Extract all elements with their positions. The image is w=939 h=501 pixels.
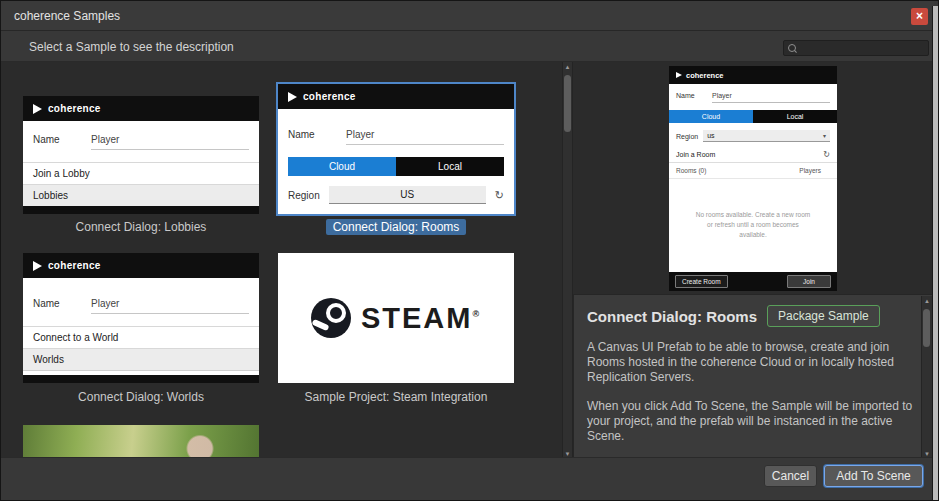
description-body: A Canvas UI Prefab to be able to browse,… (587, 340, 917, 444)
preview-rooms-header: Rooms (0) (676, 167, 706, 174)
preview-region-label: Region (676, 133, 698, 140)
preview-join-row: Join a Room ↻ (669, 150, 837, 163)
sample-label-text: Connect Dialog: Worlds (78, 390, 204, 404)
thumb-brand: coherence (48, 260, 101, 271)
close-button[interactable]: × (911, 8, 928, 25)
add-to-scene-button[interactable]: Add To Scene (824, 465, 923, 487)
sample-label-text-selected: Connect Dialog: Rooms (326, 219, 467, 235)
window-title: coherence Samples (14, 9, 120, 23)
scrollbar-thumb[interactable] (923, 309, 930, 347)
description-paragraph: A Canvas UI Prefab to be able to browse,… (587, 340, 917, 385)
titlebar: coherence Samples × (1, 1, 934, 31)
preview-players-header: Players (799, 167, 821, 174)
refresh-icon: ↻ (495, 189, 504, 202)
thumb-name-value: Player (346, 129, 504, 145)
preview-name-label: Name (676, 92, 712, 103)
description-scrollbar[interactable]: ▲ ▼ (921, 296, 932, 459)
instruction-bar: Select a Sample to see the description (1, 32, 934, 62)
thumb-list: Connect to a World Worlds (23, 326, 259, 371)
sample-thumbnail-partial[interactable] (23, 425, 259, 459)
thumb-name-value: Player (91, 298, 249, 314)
scrollbar-thumb[interactable] (564, 75, 571, 132)
footer-bar: Cancel Add To Scene (1, 457, 934, 500)
thumb-list-row: Join a Lobby (23, 162, 259, 184)
description-header: Connect Dialog: Rooms Package Sample (587, 305, 933, 327)
steam-logo-icon (311, 298, 351, 338)
thumb-list-row: Lobbies (23, 184, 259, 207)
sample-thumbnail-lobbies[interactable]: coherence Name Player Join a Lobby Lobbi… (23, 96, 259, 214)
preview-name-row: Name Player (676, 92, 830, 103)
sample-preview-image: coherence Name Player Cloud Local Region… (669, 66, 837, 291)
thumb-tab-cloud: Cloud (288, 157, 396, 176)
preview-tab-cloud: Cloud (669, 110, 753, 123)
thumb-name-label: Name (288, 129, 346, 145)
scroll-up-button[interactable]: ▲ (922, 298, 932, 304)
thumb-region-label: Region (288, 190, 320, 201)
instruction-text: Select a Sample to see the description (29, 40, 234, 54)
scroll-up-button[interactable]: ▲ (563, 64, 572, 70)
thumb-tab-local: Local (396, 157, 504, 176)
steam-brand-text: STEAM (361, 302, 473, 334)
description-paragraph: When you click Add To Scene, the Sample … (587, 399, 917, 444)
sample-label-rooms[interactable]: Connect Dialog: Rooms (278, 220, 514, 234)
thumb-brand: coherence (303, 91, 356, 102)
thumb-name-label: Name (33, 298, 91, 314)
preview-header: coherence (669, 66, 837, 84)
thumb-header: coherence (23, 253, 259, 278)
preview-tabs: Cloud Local (669, 110, 837, 123)
background-strip (932, 6, 938, 501)
preview-brand: coherence (686, 71, 724, 80)
steam-registered-mark: ® (472, 309, 481, 319)
close-icon: × (916, 9, 923, 23)
coherence-samples-window: coherence Samples × Select a Sample to s… (0, 0, 939, 501)
coherence-logo-icon (676, 72, 682, 78)
thumb-brand: coherence (48, 103, 101, 114)
thumb-bottom-bar (23, 375, 259, 383)
preview-footer: Create Room Join (669, 272, 837, 291)
cancel-button[interactable]: Cancel (764, 465, 817, 487)
sample-thumbnail-rooms[interactable]: coherence Name Player Cloud Local Region… (278, 84, 514, 214)
sample-label-worlds[interactable]: Connect Dialog: Worlds (23, 390, 259, 404)
search-input[interactable] (799, 41, 927, 55)
preview-empty-text: No rooms available. Create a new room or… (669, 179, 837, 271)
thumb-name-row: Name Player (288, 129, 504, 145)
sample-thumbnail-steam[interactable]: STEAM® (278, 253, 514, 383)
coherence-logo-icon (33, 104, 42, 114)
sample-title: Connect Dialog: Rooms (587, 308, 757, 325)
preview-name-value: Player (712, 92, 830, 103)
thumb-header: coherence (23, 96, 259, 121)
sample-thumbnail-worlds[interactable]: coherence Name Player Connect to a World… (23, 253, 259, 383)
samples-scrollbar[interactable]: ▲ ▼ (562, 62, 573, 459)
preview-join-label: Join a Room (676, 151, 715, 158)
preview-region-dropdown: us ▾ (703, 130, 830, 142)
search-box[interactable] (783, 40, 929, 56)
preview-list-header: Rooms (0) Players (669, 163, 837, 179)
thumb-tabs: Cloud Local (288, 157, 504, 176)
thumb-list-row: Connect to a World (23, 326, 259, 348)
package-sample-button[interactable]: Package Sample (767, 305, 880, 327)
thumb-name-row: Name Player (33, 134, 249, 150)
preview-create-room-button: Create Room (675, 275, 728, 288)
preview-join-button: Join (787, 275, 831, 288)
description-panel: Connect Dialog: Rooms Package Sample A C… (573, 294, 934, 459)
thumb-list-row: Worlds (23, 348, 259, 371)
thumb-header: coherence (278, 84, 514, 109)
sample-label-text: Sample Project: Steam Integration (305, 390, 488, 404)
search-icon (788, 44, 797, 53)
sample-label-lobbies[interactable]: Connect Dialog: Lobbies (23, 220, 259, 234)
preview-tab-local: Local (753, 110, 837, 123)
preview-region-value: us (707, 132, 714, 139)
sample-label-text: Connect Dialog: Lobbies (76, 220, 207, 234)
thumb-bottom-bar (23, 206, 259, 214)
refresh-icon: ↻ (823, 150, 830, 159)
thumb-name-row: Name Player (33, 298, 249, 314)
thumb-list: Join a Lobby Lobbies (23, 162, 259, 207)
thumb-name-label: Name (33, 134, 91, 150)
main-content: coherence Name Player Join a Lobby Lobbi… (1, 62, 934, 459)
thumb-name-value: Player (91, 134, 249, 150)
sample-label-steam[interactable]: Sample Project: Steam Integration (278, 390, 514, 404)
thumb-region-row: Region US ↻ (288, 186, 504, 204)
steam-wordmark: STEAM® (361, 302, 481, 335)
preview-region-row: Region us ▾ (676, 130, 830, 142)
coherence-logo-icon (288, 92, 297, 102)
